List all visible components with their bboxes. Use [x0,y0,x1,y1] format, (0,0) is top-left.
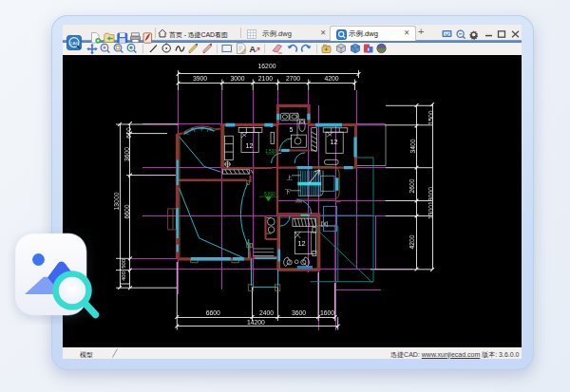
svg-text:2400: 2400 [259,309,274,316]
svg-text:2700: 2700 [286,75,300,82]
svg-text:130013000: 130013000 [428,187,434,219]
svg-text:2100: 2100 [258,75,273,82]
svg-text:2600: 2600 [408,178,415,193]
svg-text:3600: 3600 [124,147,130,161]
svg-text:4200: 4200 [408,234,415,249]
svg-text:1.500: 1.500 [265,149,276,154]
svg-text:12: 12 [245,141,253,150]
svg-text:16200: 16200 [258,63,276,69]
svg-text:5: 5 [290,126,294,133]
svg-text:13000: 13000 [113,192,120,210]
svg-text:3900: 3900 [193,75,207,82]
svg-text:下: 下 [285,189,291,195]
svg-text:3000: 3000 [230,75,244,82]
svg-text:1500: 1500 [428,110,434,124]
svg-text:3600: 3600 [292,309,306,316]
svg-text:CAD: CAD [69,40,78,45]
svg-text:6600: 6600 [124,204,130,218]
svg-text:3400: 3400 [409,139,416,153]
svg-text:500: 500 [121,258,126,269]
svg-text:12: 12 [331,138,338,146]
svg-text:上: 上 [287,175,293,180]
svg-text:5.800: 5.800 [264,192,276,196]
svg-text:12: 12 [297,239,305,248]
svg-text:6600: 6600 [206,309,220,316]
svg-text:4200: 4200 [324,75,338,82]
svg-text:14200: 14200 [247,319,265,326]
svg-text:1600: 1600 [320,309,334,316]
svg-text:600: 600 [125,127,132,139]
svg-text:400: 400 [121,271,126,281]
svg-text:A: A [250,45,256,54]
